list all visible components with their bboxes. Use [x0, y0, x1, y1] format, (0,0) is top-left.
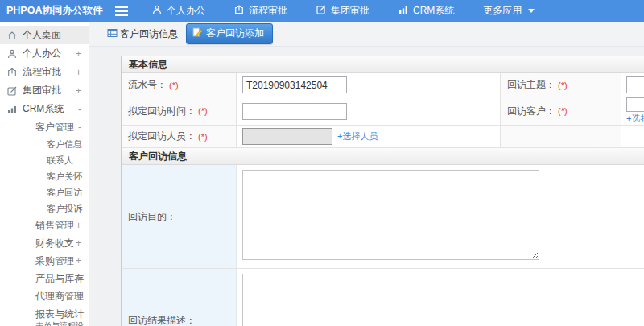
sidebar-item-customer-revisit[interactable]: 客户回访 — [0, 184, 89, 200]
sidebar-item-contacts[interactable]: 联系人 — [0, 152, 89, 168]
sidebar-item-group-approval[interactable]: 集团审批 + — [0, 81, 89, 100]
sidebar-item-crm-system[interactable]: CRM系统 - — [0, 100, 89, 118]
sidebar-item-agent-management[interactable]: 代理商管理 + — [0, 287, 89, 305]
nav-label: 个人办公 — [167, 4, 205, 18]
expand-indicator[interactable]: + — [76, 220, 81, 231]
sidebar-item-personal-office[interactable]: 个人办公 + — [0, 44, 89, 63]
app-logo: PHPOA协同办公软件 — [0, 0, 89, 22]
sidebar-item-customer-care[interactable]: 客户关怀 — [0, 168, 89, 184]
top-nav: 个人办公 流程审批 集团审批 CRM系统 更多应用 — [152, 4, 535, 18]
form-row-purpose: 回访目的： — [122, 165, 644, 269]
expand-indicator[interactable]: + — [76, 48, 81, 60]
sidebar-item-label: 客户信息 — [47, 138, 82, 151]
expand-indicator[interactable]: + — [76, 237, 81, 249]
sidebar-item-customer-info[interactable]: 客户信息 — [0, 136, 89, 152]
sidebar-item-label: 联系人 — [47, 155, 73, 167]
expand-indicator[interactable]: + — [76, 291, 81, 302]
sidebar-item-label: 客户投诉 — [47, 203, 82, 215]
tab-bar: 客户回访信息 客户回访添加 — [89, 22, 644, 47]
expand-indicator[interactable]: + — [76, 85, 81, 97]
required-mark: (*) — [198, 106, 208, 116]
tab-customer-revisit-add[interactable]: 客户回访添加 — [186, 23, 273, 44]
sidebar-item-form-workflow-settings[interactable]: 表单与流程设置 + — [0, 323, 89, 326]
purpose-label: 回访目的： — [122, 165, 237, 268]
expand-indicator[interactable]: - — [78, 104, 81, 115]
expand-indicator[interactable]: - — [78, 122, 81, 133]
serial-label: 流水号：(*) — [122, 73, 237, 97]
topic-label: 回访主题：(*) — [501, 73, 621, 97]
expand-indicator[interactable]: + — [76, 255, 81, 266]
nav-label: CRM系统 — [413, 4, 454, 18]
select-person-link[interactable]: +选择人员 — [337, 130, 378, 142]
form-row-planned-person: 拟定回访人员：(*) +选择人员 — [122, 126, 644, 148]
bar-chart-icon — [398, 5, 408, 17]
top-bar: PHPOA协同办公软件 个人办公 流程审批 集团审批 CRM系统 — [0, 0, 644, 22]
nav-group-approval[interactable]: 集团审批 — [316, 4, 369, 18]
main-content: 客户回访信息 客户回访添加 基本信息 流水号：(*) 回访主题：(* — [89, 22, 644, 326]
sidebar-item-label: 报表与统计 — [35, 307, 84, 321]
planned-person-label: 拟定回访人员：(*) — [122, 126, 237, 147]
edit-square-icon — [7, 86, 17, 96]
form-row-time-customer: 拟定回访时间：(*) 回访客户：(*) +选择企 — [122, 97, 644, 126]
result-textarea[interactable] — [242, 274, 539, 326]
sidebar-item-label: 销售管理 — [35, 219, 74, 233]
nav-personal-office[interactable]: 个人办公 — [152, 4, 205, 18]
nav-more-apps[interactable]: 更多应用 — [483, 4, 535, 18]
nav-label: 流程审批 — [249, 4, 287, 18]
expand-indicator[interactable]: + — [76, 273, 81, 284]
sidebar-item-label: 流程审批 — [23, 65, 61, 79]
form-row-serial-topic: 流水号：(*) 回访主题：(*) — [122, 73, 644, 97]
serial-input[interactable] — [242, 76, 347, 93]
sidebar-item-customer-complaint[interactable]: 客户投诉 — [0, 200, 89, 217]
sidebar-item-procurement[interactable]: 采购管理 + — [0, 252, 89, 270]
planned-time-input[interactable] — [242, 103, 347, 120]
sidebar-item-label: 集团审批 — [23, 84, 61, 97]
form-row-result: 回访结果描述： — [122, 269, 644, 326]
sidebar-item-product-inventory[interactable]: 产品与库存 + — [0, 270, 89, 287]
customer-label: 回访客户：(*) — [501, 97, 621, 125]
user-icon — [152, 5, 162, 17]
sidebar-item-label: 个人办公 — [23, 47, 61, 60]
caret-down-icon — [528, 9, 535, 13]
revisit-add-form: 基本信息 流水号：(*) 回访主题：(*) 拟定回访时间：( — [121, 56, 644, 326]
sidebar-item-personal-desktop[interactable]: 个人桌面 — [0, 26, 89, 44]
sidebar-item-label: 客户关怀 — [47, 171, 82, 183]
required-mark: (*) — [558, 80, 568, 90]
sidebar-item-label: CRM系统 — [23, 102, 64, 116]
customer-input[interactable] — [626, 97, 644, 112]
nav-label: 集团审批 — [331, 4, 369, 18]
required-mark: (*) — [558, 106, 568, 116]
select-enterprise-link[interactable]: +选择企 — [626, 113, 644, 125]
sidebar: 个人桌面 个人办公 + 流程审批 + 集团审批 + — [0, 22, 89, 326]
crm-submenu: 客户管理 - 客户信息 联系人 客户关怀 客户回访 客户投诉 — [0, 118, 89, 217]
table-grid-icon — [107, 28, 118, 40]
topic-input[interactable] — [626, 76, 644, 93]
tab-customer-revisit-info[interactable]: 客户回访信息 — [107, 27, 178, 41]
section-basic-info: 基本信息 — [122, 56, 644, 73]
sidebar-item-finance[interactable]: 财务收支 + — [0, 234, 89, 252]
result-label: 回访结果描述： — [122, 269, 237, 326]
nav-label: 更多应用 — [483, 4, 522, 18]
user-icon — [7, 49, 17, 59]
hamburger-menu-icon[interactable] — [115, 6, 128, 16]
bar-chart-icon — [7, 105, 17, 114]
expand-indicator[interactable]: + — [76, 67, 81, 78]
nav-crm-system[interactable]: CRM系统 — [398, 4, 454, 18]
nav-workflow-approval[interactable]: 流程审批 — [234, 4, 287, 18]
planned-person-input[interactable] — [242, 128, 332, 145]
empty-label-cell — [501, 126, 621, 147]
sidebar-item-workflow-approval[interactable]: 流程审批 + — [0, 63, 89, 81]
sidebar-item-label: 采购管理 — [35, 254, 74, 268]
edit-square-icon — [316, 5, 326, 17]
purpose-textarea[interactable] — [242, 170, 539, 260]
flow-icon — [7, 68, 17, 77]
sidebar-item-sales-management[interactable]: 销售管理 + — [0, 217, 89, 234]
sidebar-item-label: 客户回访 — [47, 187, 82, 199]
required-mark: (*) — [198, 132, 208, 142]
home-icon — [7, 31, 17, 40]
sidebar-item-customer-management[interactable]: 客户管理 - — [0, 118, 89, 136]
sidebar-item-label: 客户管理 — [35, 121, 74, 134]
form-edit-icon — [192, 27, 203, 39]
section-revisit-info: 客户回访信息 — [122, 148, 644, 165]
flow-icon — [234, 5, 244, 17]
